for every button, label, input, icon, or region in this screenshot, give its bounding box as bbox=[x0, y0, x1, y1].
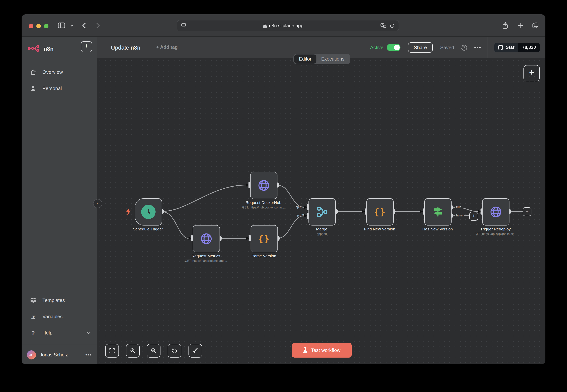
view-tabs: Editor Executions bbox=[293, 54, 350, 64]
sidebar-item-overview[interactable]: Overview bbox=[22, 64, 97, 80]
branch-true-label: true bbox=[455, 206, 463, 209]
brand-name: n8n bbox=[43, 45, 54, 52]
schedule-trigger-icon bbox=[141, 205, 156, 219]
reader-view-icon[interactable] bbox=[181, 23, 186, 28]
n8n-logo-icon bbox=[28, 45, 41, 52]
node-merge[interactable] bbox=[309, 198, 336, 225]
sidebar-item-personal[interactable]: Personal bbox=[22, 80, 97, 97]
github-star-count: 78,820 bbox=[518, 43, 540, 52]
tab-editor[interactable]: Editor bbox=[294, 55, 316, 64]
user-name: Jonas Scholz bbox=[40, 352, 82, 357]
trigger-bolt-icon bbox=[126, 208, 131, 215]
http-globe-icon bbox=[489, 205, 503, 219]
box-icon bbox=[30, 297, 36, 303]
sidebar: n8n + Overview bbox=[22, 37, 97, 364]
canvas-toolbar bbox=[105, 344, 202, 358]
browser-toolbar: n8n.sliplane.app A bbox=[22, 14, 545, 37]
share-button[interactable]: Share bbox=[408, 42, 432, 52]
node-has-new-version[interactable] bbox=[424, 198, 452, 225]
sidebar-item-variables[interactable]: x Variables bbox=[22, 308, 97, 325]
reset-zoom-button[interactable] bbox=[168, 344, 181, 358]
github-star-label: Star bbox=[506, 45, 515, 50]
translate-icon[interactable]: A bbox=[380, 23, 386, 28]
node-trigger-redeploy[interactable] bbox=[482, 198, 510, 225]
tab-executions[interactable]: Executions bbox=[316, 55, 349, 64]
screen: n8n.sliplane.app A bbox=[0, 0, 567, 392]
minimize-window-button[interactable] bbox=[36, 24, 41, 28]
active-toggle[interactable] bbox=[387, 44, 400, 51]
close-window-button[interactable] bbox=[29, 24, 33, 28]
lock-icon bbox=[263, 24, 267, 28]
node-request-dockerhub[interactable] bbox=[250, 172, 277, 199]
node-subtitle: GET: https://n8n.sliplane.app/... bbox=[164, 259, 248, 263]
home-icon bbox=[30, 69, 36, 75]
node-label: Request DockerHub bbox=[222, 200, 305, 205]
user-menu[interactable]: JS Jonas Scholz ••• bbox=[22, 345, 97, 364]
sidebar-item-help[interactable]: ? Help bbox=[22, 325, 97, 341]
sidebar-collapse-button[interactable]: ‹ bbox=[93, 199, 102, 208]
test-workflow-label: Test workflow bbox=[311, 347, 340, 353]
github-star-widget[interactable]: Star 78,820 bbox=[494, 42, 540, 52]
tidy-up-button[interactable] bbox=[188, 344, 202, 358]
saved-status: Saved bbox=[440, 44, 454, 50]
chevron-down-icon[interactable] bbox=[70, 24, 74, 27]
svg-text:A: A bbox=[382, 24, 383, 27]
sidebar-item-label: Help bbox=[43, 330, 53, 336]
code-braces-icon: {} bbox=[258, 234, 270, 244]
node-find-new-version[interactable]: {} bbox=[366, 198, 394, 225]
merge-icon bbox=[316, 206, 328, 218]
forward-button[interactable] bbox=[96, 22, 100, 28]
workflow-title[interactable]: Update n8n bbox=[111, 44, 140, 51]
node-subtitle: GET: https://hub.docker.com/v... bbox=[222, 206, 305, 209]
merge-input2-label: Input 2 bbox=[295, 214, 304, 217]
edge-schedule-metrics[interactable] bbox=[161, 211, 189, 238]
chevron-down-icon bbox=[87, 332, 91, 334]
sidebar-item-label: Personal bbox=[43, 85, 62, 91]
url-text: n8n.sliplane.app bbox=[269, 23, 303, 28]
avatar: JS bbox=[27, 350, 36, 359]
node-subtitle: append bbox=[280, 232, 363, 236]
merge-input1-label: Input 1 bbox=[295, 206, 304, 209]
zoom-in-button[interactable] bbox=[126, 344, 140, 358]
http-globe-icon bbox=[257, 179, 271, 192]
node-parse-version[interactable]: {} bbox=[251, 225, 278, 252]
code-braces-icon: {} bbox=[374, 207, 386, 217]
person-icon bbox=[30, 85, 36, 91]
node-label: Trigger Redeploy bbox=[454, 227, 537, 231]
sidebar-item-templates[interactable]: Templates bbox=[22, 292, 97, 308]
fit-view-button[interactable] bbox=[105, 344, 119, 358]
version-history-icon[interactable] bbox=[461, 44, 467, 51]
variable-icon: x bbox=[30, 313, 36, 320]
node-subtitle: GET: https://api.sliplane.io/de... bbox=[454, 232, 537, 236]
node-request-metrics[interactable] bbox=[193, 225, 220, 252]
node-label: Parse Version bbox=[222, 253, 305, 258]
user-options-icon[interactable]: ••• bbox=[85, 352, 92, 358]
active-label: Active bbox=[370, 44, 384, 50]
maximize-window-button[interactable] bbox=[44, 24, 48, 28]
github-icon bbox=[498, 44, 503, 50]
address-bar[interactable]: n8n.sliplane.app A bbox=[177, 20, 399, 31]
sidebar-item-label: Variables bbox=[43, 314, 62, 319]
sidebar-item-label: Overview bbox=[43, 69, 63, 75]
tab-overview-icon[interactable] bbox=[532, 22, 539, 28]
if-signpost-icon bbox=[432, 206, 444, 218]
add-node-false-branch-button[interactable]: + bbox=[469, 212, 478, 221]
node-schedule-trigger[interactable] bbox=[135, 198, 162, 225]
add-node-after-redeploy-button[interactable]: + bbox=[523, 207, 531, 216]
new-tab-icon[interactable] bbox=[517, 23, 523, 28]
workflow-canvas[interactable]: Schedule Trigger Request DockerHub GET: … bbox=[97, 58, 545, 364]
flask-icon bbox=[303, 347, 308, 353]
back-button[interactable] bbox=[82, 22, 86, 28]
branch-false-label: false bbox=[455, 214, 464, 217]
node-label: Schedule Trigger bbox=[106, 227, 190, 231]
avatar-initials: JS bbox=[29, 353, 33, 357]
zoom-out-button[interactable] bbox=[147, 344, 160, 358]
add-node-button[interactable]: + bbox=[524, 65, 540, 81]
more-options-icon[interactable]: ••• bbox=[474, 44, 481, 50]
reload-icon[interactable] bbox=[390, 23, 395, 28]
test-workflow-button[interactable]: Test workflow bbox=[292, 343, 352, 358]
share-page-icon[interactable] bbox=[502, 22, 508, 29]
sidebar-toggle-icon[interactable] bbox=[58, 22, 65, 28]
new-workflow-button[interactable]: + bbox=[81, 41, 92, 52]
add-tag-button[interactable]: + Add tag bbox=[156, 45, 178, 50]
